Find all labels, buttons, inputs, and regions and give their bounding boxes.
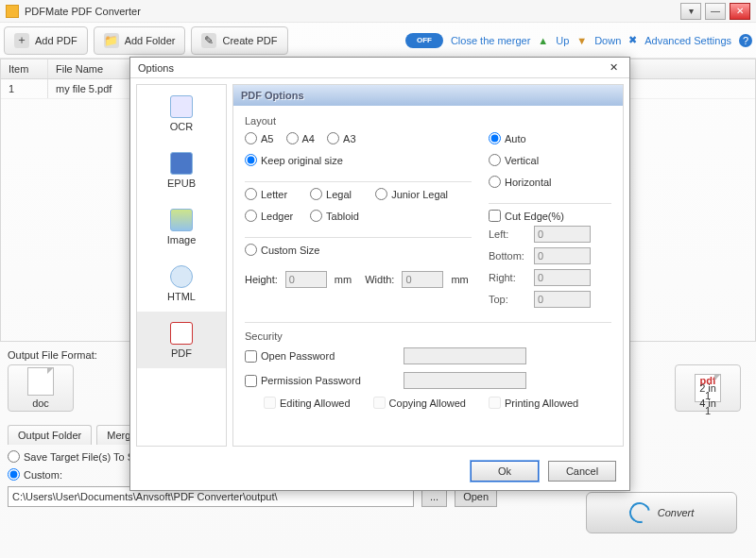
- cancel-button[interactable]: Cancel: [548, 461, 616, 482]
- close-window-button[interactable]: ✕: [730, 3, 750, 20]
- options-dialog: Options ✕ OCR EPUB Image HTML P: [129, 57, 630, 491]
- radio-orient-auto[interactable]: Auto: [489, 132, 526, 144]
- advanced-settings-link[interactable]: Advanced Settings: [644, 35, 731, 46]
- col-item-header[interactable]: Item: [1, 59, 48, 78]
- radio-ledger[interactable]: Ledger: [245, 210, 298, 222]
- radio-orient-vertical[interactable]: Vertical: [489, 154, 539, 166]
- copying-allowed-checkbox[interactable]: Copying Allowed: [373, 397, 466, 409]
- tabloid-label: Tabloid: [326, 211, 359, 222]
- main-toolbar: ＋ Add PDF 📁 Add Folder ✎ Create PDF OFF …: [0, 23, 756, 59]
- keep-label: Keep original size: [261, 155, 343, 166]
- sidebar-item-epub[interactable]: EPUB: [137, 142, 226, 198]
- sidebar-item-ocr[interactable]: OCR: [137, 85, 226, 142]
- save-source-label: Save Target File(s) To S: [24, 451, 134, 463]
- width-input[interactable]: [402, 271, 443, 288]
- height-label: Height:: [245, 274, 278, 285]
- cut-edge-label: Cut Edge(%): [505, 211, 564, 222]
- radio-letter[interactable]: Letter: [245, 188, 298, 200]
- ledger-label: Ledger: [261, 211, 293, 222]
- doc-label: doc: [32, 397, 49, 409]
- radio-a5[interactable]: A5: [245, 132, 273, 144]
- custom-path-radio[interactable]: Custom:: [8, 468, 62, 481]
- sidebar-item-pdf[interactable]: PDF: [137, 312, 226, 368]
- image-label: Image: [167, 234, 197, 245]
- convert-button[interactable]: Convert: [586, 492, 737, 533]
- ocr-label: OCR: [170, 121, 193, 132]
- cut-left-label: Left:: [489, 228, 528, 240]
- ocr-icon: [170, 95, 193, 118]
- radio-custom-size[interactable]: Custom Size: [245, 244, 319, 256]
- epub-label: EPUB: [167, 178, 196, 189]
- radio-a3[interactable]: A3: [327, 132, 355, 144]
- cut-edge-checkbox[interactable]: Cut Edge(%): [489, 210, 611, 222]
- titlebar: PDFMate PDF Converter ▾ — ✕: [0, 0, 756, 23]
- radio-junior-legal[interactable]: Junior Legal: [375, 188, 448, 200]
- merger-toggle[interactable]: OFF: [405, 33, 443, 48]
- printing-allowed-checkbox[interactable]: Printing Allowed: [489, 397, 578, 409]
- cut-left-input[interactable]: [534, 226, 591, 243]
- radio-keep-size[interactable]: Keep original size: [245, 154, 343, 166]
- image-icon: [170, 209, 193, 231]
- html-icon: [170, 265, 193, 288]
- mm2: mm: [451, 274, 468, 285]
- radio-legal[interactable]: Legal: [310, 188, 363, 200]
- save-to-source-radio[interactable]: Save Target File(s) To S: [8, 450, 134, 463]
- custom-label: Custom:: [24, 469, 62, 481]
- permission-password-input[interactable]: [404, 372, 526, 389]
- pdf-icon: [170, 322, 193, 345]
- doc-icon: [27, 367, 54, 396]
- tab-output-folder[interactable]: Output Folder: [8, 425, 92, 445]
- pdf-sub2: 4 in 1: [696, 399, 720, 414]
- add-pdf-label: Add PDF: [35, 35, 77, 46]
- width-label: Width:: [365, 274, 394, 285]
- cut-bottom-label: Bottom:: [489, 250, 528, 262]
- add-folder-button[interactable]: 📁 Add Folder: [94, 26, 186, 55]
- add-pdf-button[interactable]: ＋ Add PDF: [4, 26, 88, 55]
- custom-size-label: Custom Size: [261, 245, 319, 256]
- radio-orient-horizontal[interactable]: Horizontal: [489, 176, 552, 188]
- html-label: HTML: [167, 291, 196, 302]
- up-icon: ▲: [538, 35, 548, 46]
- move-down-button[interactable]: Down: [594, 35, 621, 46]
- create-pdf-button[interactable]: ✎ Create PDF: [191, 26, 287, 55]
- minimize-window-button[interactable]: —: [705, 3, 726, 20]
- app-logo-icon: [6, 5, 19, 18]
- open-password-input[interactable]: [404, 347, 526, 364]
- pdf-label: PDF: [171, 347, 192, 359]
- editing-allowed-checkbox[interactable]: Editing Allowed: [264, 397, 351, 409]
- layout-group-label: Layout: [245, 115, 611, 127]
- move-up-button[interactable]: Up: [556, 35, 569, 46]
- ok-button[interactable]: Ok: [471, 461, 539, 482]
- dialog-close-button[interactable]: ✕: [605, 59, 622, 76]
- cut-top-label: Top:: [489, 294, 528, 305]
- mm1: mm: [335, 274, 352, 285]
- height-input[interactable]: [285, 271, 327, 288]
- format-doc-button[interactable]: doc: [8, 364, 74, 412]
- add-folder-icon: 📁: [104, 33, 119, 48]
- cut-right-input[interactable]: [534, 269, 591, 286]
- horizontal-label: Horizontal: [505, 177, 552, 188]
- open-password-checkbox[interactable]: Open Password: [245, 350, 396, 363]
- dropdown-window-button[interactable]: ▾: [680, 3, 701, 20]
- options-content-header: PDF Options: [233, 85, 623, 106]
- permission-password-checkbox[interactable]: Permission Password: [245, 375, 396, 387]
- copy-allowed-label: Copying Allowed: [389, 397, 466, 409]
- add-folder-label: Add Folder: [125, 35, 176, 46]
- close-merger-link[interactable]: Close the merger: [451, 35, 530, 46]
- sidebar-item-html[interactable]: HTML: [137, 255, 226, 312]
- epub-icon: [170, 152, 193, 175]
- junior-label: Junior Legal: [391, 189, 448, 200]
- open-pw-label: Open Password: [261, 350, 335, 362]
- radio-a4[interactable]: A4: [286, 132, 315, 144]
- edit-allowed-label: Editing Allowed: [280, 397, 351, 409]
- a3-label: A3: [343, 133, 355, 144]
- cut-bottom-input[interactable]: [534, 247, 591, 264]
- print-allowed-label: Printing Allowed: [505, 397, 578, 409]
- sidebar-item-image[interactable]: Image: [137, 198, 226, 255]
- radio-tabloid[interactable]: Tabloid: [310, 210, 359, 222]
- format-pdf-button[interactable]: pdf 2 in 1 4 in 1: [675, 364, 741, 412]
- a5-label: A5: [261, 133, 273, 144]
- help-icon[interactable]: ?: [739, 34, 752, 47]
- cut-top-input[interactable]: [534, 291, 591, 308]
- create-pdf-icon: ✎: [201, 33, 216, 48]
